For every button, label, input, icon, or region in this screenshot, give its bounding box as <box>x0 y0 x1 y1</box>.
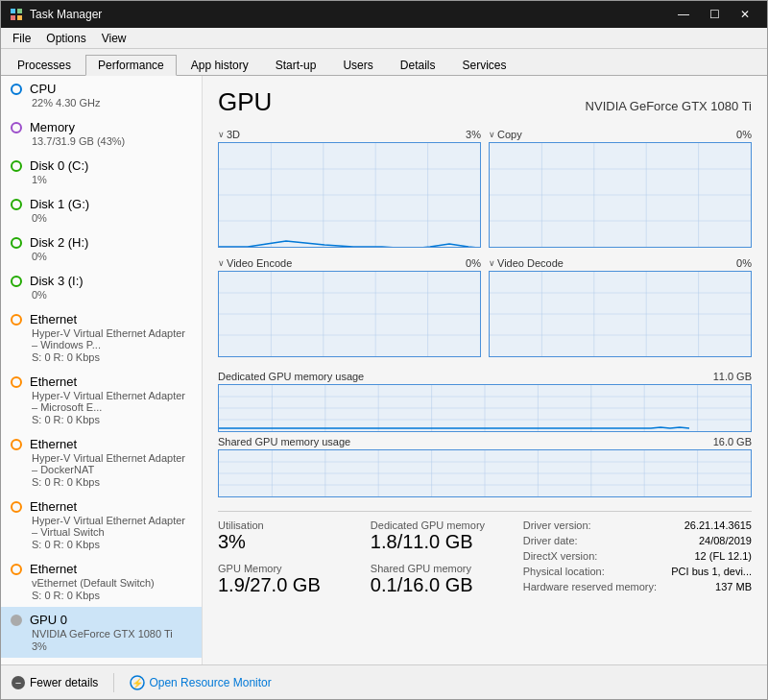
gpu-model: NVIDIA GeForce GTX 1080 Ti <box>586 99 752 113</box>
tab-users[interactable]: Users <box>330 54 385 75</box>
bottom-bar: − Fewer details ⚡ Open Resource Monitor <box>1 664 767 699</box>
cpu-label: CPU <box>30 82 56 96</box>
shared-stat-label: Shared GPU memory <box>371 563 523 574</box>
cpu-dot <box>11 84 22 95</box>
svg-rect-1 <box>17 9 22 13</box>
chevron-copy: ∨ <box>489 130 495 139</box>
sidebar-item-memory[interactable]: Memory 13.7/31.9 GB (43%) <box>1 114 202 153</box>
stats-section: Utilisation 3% GPU Memory 1.9/27.0 GB De… <box>218 511 752 596</box>
disk3-subtitle: 0% <box>11 289 192 301</box>
driver-version-key: Driver version: <box>523 519 591 531</box>
sidebar-item-cpu[interactable]: CPU 22% 4.30 GHz <box>1 76 202 114</box>
eth3-dot <box>11 439 22 450</box>
detail-panel: GPU NVIDIA GeForce GTX 1080 Ti ∨ 3D 3% <box>203 76 767 664</box>
fewer-details-button[interactable]: − Fewer details <box>11 675 98 690</box>
bottom-separator <box>113 673 114 692</box>
cpu-subtitle: 22% 4.30 GHz <box>11 97 192 109</box>
memory-label: Memory <box>30 120 75 134</box>
graph-copy-box <box>489 142 752 248</box>
sidebar-item-gpu0[interactable]: GPU 0 NVIDIA GeForce GTX 1080 Ti 3% <box>1 607 202 658</box>
sidebar-item-disk2[interactable]: Disk 2 (H:) 0% <box>1 229 202 268</box>
tab-performance[interactable]: Performance <box>85 55 177 76</box>
disk3-dot <box>11 276 22 287</box>
title-bar-controls: — ☐ ✕ <box>669 5 759 24</box>
sidebar-item-eth3[interactable]: Ethernet Hyper-V Virtual Ethernet Adapte… <box>1 431 202 494</box>
dedicated-size: 11.0 GB <box>713 371 752 382</box>
shared-graph-svg <box>219 450 751 496</box>
fewer-details-label: Fewer details <box>30 676 98 689</box>
disk1-label: Disk 1 (G:) <box>30 197 89 211</box>
sidebar-item-eth1[interactable]: Ethernet Hyper-V Virtual Ethernet Adapte… <box>1 306 202 369</box>
graph-decode-box <box>489 271 752 357</box>
open-monitor-button[interactable]: ⚡ Open Resource Monitor <box>130 675 271 690</box>
physical-val: PCI bus 1, devi... <box>671 566 752 577</box>
eth3-label: Ethernet <box>30 437 77 451</box>
directx-key: DirectX version: <box>523 550 598 562</box>
sidebar-item-eth5[interactable]: Ethernet vEthernet (Default Switch) S: 0… <box>1 556 202 607</box>
shared-label: Shared GPU memory usage <box>218 436 350 447</box>
maximize-button[interactable]: ☐ <box>700 5 729 24</box>
driver-date-val: 24/08/2019 <box>699 535 752 546</box>
sidebar-item-eth4[interactable]: Ethernet Hyper-V Virtual Ethernet Adapte… <box>1 494 202 556</box>
title-bar: Task Manager — ☐ ✕ <box>1 1 767 28</box>
sidebar-item-disk3[interactable]: Disk 3 (I:) 0% <box>1 268 202 306</box>
stat-utilisation: Utilisation 3% <box>218 519 371 553</box>
hardware-val: 137 MB <box>715 581 752 592</box>
eth1-stats: S: 0 R: 0 Kbps <box>11 351 192 363</box>
eth2-dot <box>11 376 22 388</box>
dedicated-graph-svg <box>219 385 751 431</box>
chevron-3d: ∨ <box>218 130 225 139</box>
dedicated-label: Dedicated GPU memory usage <box>218 371 364 382</box>
svg-rect-2 <box>11 15 15 20</box>
svg-text:−: − <box>15 677 21 688</box>
disk3-label: Disk 3 (I:) <box>30 274 84 288</box>
tab-app-history[interactable]: App history <box>179 54 261 75</box>
tab-processes[interactable]: Processes <box>5 54 84 75</box>
graph-3d-box <box>218 142 481 248</box>
disk2-label: Disk 2 (H:) <box>30 235 88 250</box>
menu-view[interactable]: View <box>94 30 134 47</box>
graph-encode-box <box>218 271 481 357</box>
menu-file[interactable]: File <box>5 30 38 47</box>
shared-memory-row: Shared GPU memory usage 16.0 GB <box>218 436 752 497</box>
memory-section: Dedicated GPU memory usage 11.0 GB <box>218 371 752 497</box>
eth4-label: Ethernet <box>30 499 77 514</box>
memory-dot <box>11 122 22 133</box>
graph-encode-label: ∨ Video Encode <box>218 257 292 269</box>
gpu0-percent: 3% <box>11 640 192 652</box>
tab-startup[interactable]: Start-up <box>263 54 329 75</box>
stats-col-utilisation: Utilisation 3% GPU Memory 1.9/27.0 GB <box>218 519 371 596</box>
menu-options[interactable]: Options <box>38 30 93 47</box>
monitor-icon: ⚡ <box>130 675 145 690</box>
eth5-stats: S: 0 R: 0 Kbps <box>11 590 192 601</box>
main-content: CPU 22% 4.30 GHz Memory 13.7/31.9 GB (43… <box>1 76 767 664</box>
menu-bar: File Options View <box>1 28 767 49</box>
window-title: Task Manager <box>30 8 102 21</box>
minimize-button[interactable]: — <box>669 5 698 24</box>
graph-decode-percent: 0% <box>736 257 752 269</box>
directx-val: 12 (FL 12.1) <box>694 550 752 562</box>
dedicated-label-row: Dedicated GPU memory usage 11.0 GB <box>218 371 752 382</box>
info-physical: Physical location: PCI bus 1, devi... <box>523 566 752 577</box>
fewer-details-icon: − <box>11 675 26 690</box>
info-driver-date: Driver date: 24/08/2019 <box>523 535 752 546</box>
disk2-subtitle: 0% <box>11 251 192 262</box>
eth2-subtitle: Hyper-V Virtual Ethernet Adapter – Micro… <box>11 390 192 413</box>
disk1-subtitle: 0% <box>11 212 192 224</box>
tab-details[interactable]: Details <box>388 54 448 75</box>
tab-services[interactable]: Services <box>449 54 518 75</box>
close-button[interactable]: ✕ <box>731 5 759 24</box>
open-monitor-label: Open Resource Monitor <box>149 676 271 689</box>
disk0-subtitle: 1% <box>11 174 192 185</box>
graph-3d: ∨ 3D 3% <box>218 129 481 248</box>
sidebar-item-disk1[interactable]: Disk 1 (G:) 0% <box>1 191 202 229</box>
eth2-stats: S: 0 R: 0 Kbps <box>11 414 192 425</box>
graph-decode-grid <box>490 272 751 356</box>
sidebar-item-disk0[interactable]: Disk 0 (C:) 1% <box>1 153 202 191</box>
memory-subtitle: 13.7/31.9 GB (43%) <box>11 135 192 147</box>
eth4-stats: S: 0 R: 0 Kbps <box>11 539 192 550</box>
graph-copy-label: ∨ Copy <box>489 129 522 140</box>
graph-copy-percent: 0% <box>736 129 752 140</box>
eth5-subtitle: vEthernet (Default Switch) <box>11 577 192 589</box>
sidebar-item-eth2[interactable]: Ethernet Hyper-V Virtual Ethernet Adapte… <box>1 369 202 431</box>
